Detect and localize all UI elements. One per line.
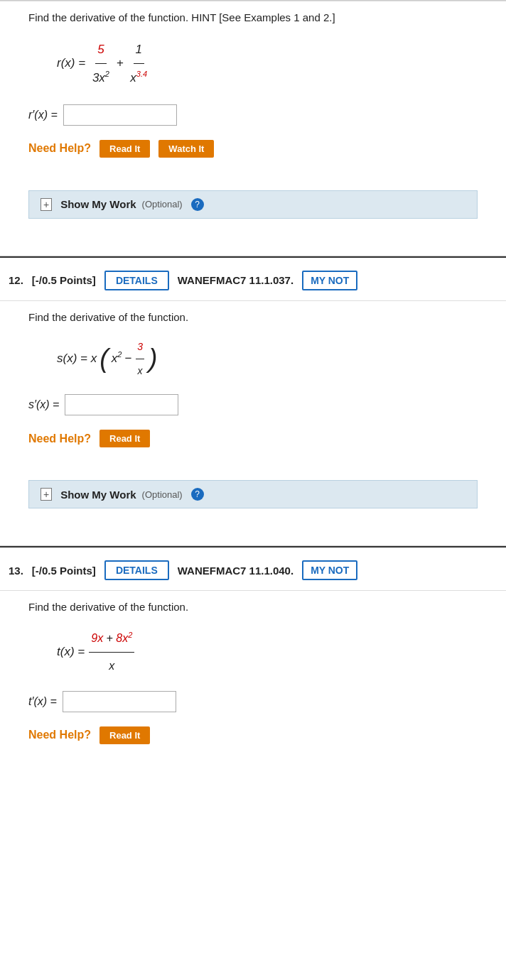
prev-function-display: r(x) = 5 3x2 + 1 x3.4 — [57, 36, 478, 92]
problem-12-answer-row: s′(x) = — [28, 394, 478, 415]
problem-13-mynot-button[interactable]: MY NOT — [302, 560, 357, 580]
prev-answer-row: r′(x) = — [28, 104, 478, 126]
problem-13-function-display: t(x) = 9x + 8x2 x — [57, 626, 478, 677]
prev-optional-label: (Optional) — [142, 199, 183, 209]
problem-13-need-help-label: Need Help? — [28, 729, 91, 741]
problem-12-function-display: s(x) = x ( x2 − 3 x ) — [57, 336, 478, 382]
prev-watch-it-button[interactable]: Watch It — [158, 140, 214, 158]
problem-12-body: Find the derivative of the function. s(x… — [0, 300, 506, 523]
t-frac: 9x + 8x2 x — [89, 626, 134, 677]
problem-12-need-help-label: Need Help? — [28, 432, 91, 445]
s-x2: x2 — [112, 345, 122, 371]
problem-12-question-icon[interactable]: ? — [191, 488, 204, 501]
prev-show-work-label: Show My Work — [60, 198, 136, 210]
s-frac: 3 x — [136, 336, 144, 382]
prev-read-it-button[interactable]: Read It — [99, 140, 150, 158]
s-close-paren: ) — [149, 345, 157, 371]
prev-derivative-label: r′(x) = — [28, 109, 58, 121]
spacer-between-2-3 — [0, 523, 506, 545]
problem-12-derivative-label: s′(x) = — [28, 398, 59, 411]
problem-12-header: 12. [-/0.5 Points] DETAILS WANEFMAC7 11.… — [0, 256, 506, 300]
t-frac-num: 9x + 8x2 — [89, 626, 134, 652]
spacer-between-1-2 — [0, 233, 506, 256]
problem-13-instruction: Find the derivative of the function. — [28, 601, 478, 613]
problem-12-need-help-row: Need Help? Read It — [28, 430, 478, 447]
problem-12-details-button[interactable]: DETAILS — [104, 271, 169, 290]
prev-question-icon[interactable]: ? — [191, 198, 204, 211]
prev-answer-input[interactable] — [63, 104, 177, 126]
s-frac-num: 3 — [136, 336, 144, 359]
prev-need-help-row: Need Help? Read It Watch It — [28, 140, 478, 158]
prev-frac2: 1 x3.4 — [128, 36, 149, 92]
problem-12-optional-label: (Optional) — [142, 489, 183, 500]
problem-13-need-help-row: Need Help? Read It — [28, 726, 478, 744]
prev-show-work-bar[interactable]: + Show My Work (Optional) ? — [28, 190, 478, 219]
prev-instruction: Find the derivative of the function. HIN… — [28, 11, 478, 23]
prev-need-help-label: Need Help? — [28, 142, 91, 155]
problem-12-instruction: Find the derivative of the function. — [28, 311, 478, 323]
prev-plus-icon: + — [41, 198, 52, 211]
problem-13-number: 13. — [9, 565, 23, 577]
problem-13-answer-input[interactable] — [63, 691, 176, 712]
problem-12-spacer — [28, 457, 478, 474]
problem-13-header: 13. [-/0.5 Points] DETAILS WANEFMAC7 11.… — [0, 546, 506, 590]
problem-prev-section: Find the derivative of the function. HIN… — [0, 0, 506, 233]
problem-12-points: [-/0.5 Points] — [32, 274, 96, 286]
problem-13-section: 13. [-/0.5 Points] DETAILS WANEFMAC7 11.… — [0, 545, 506, 768]
problem-12-number: 12. — [9, 274, 23, 286]
prev-frac2-den: x3.4 — [128, 64, 149, 91]
prev-func-var: r — [57, 56, 61, 70]
problem-prev-body: Find the derivative of the function. HIN… — [0, 1, 506, 233]
problem-13-derivative-label: t′(x) = — [28, 695, 57, 708]
problem-12-show-work-bar[interactable]: + Show My Work (Optional) ? — [28, 480, 478, 508]
problem-13-body: Find the derivative of the function. t(x… — [0, 590, 506, 768]
s-open-paren: ( — [99, 345, 108, 371]
problem-12-section: 12. [-/0.5 Points] DETAILS WANEFMAC7 11.… — [0, 256, 506, 523]
problem-12-read-it-button[interactable]: Read It — [99, 430, 150, 447]
s-frac-den: x — [136, 359, 144, 382]
t-func-label: t(x) = — [57, 638, 85, 665]
problem-13-code: WANEFMAC7 11.1.040. — [178, 565, 294, 577]
prev-frac1-den: 3x2 — [90, 64, 112, 91]
prev-frac2-num: 1 — [134, 36, 144, 64]
problem-12-show-work-label: Show My Work — [60, 489, 136, 501]
prev-frac1-num: 5 — [95, 36, 106, 64]
problem-12-plus-icon: + — [41, 488, 52, 501]
s-minus: − — [124, 345, 131, 371]
prev-spacer — [28, 168, 478, 185]
problem-12-mynot-button[interactable]: MY NOT — [302, 271, 357, 290]
s-func-label: s(x) = x — [57, 345, 97, 371]
problem-13-answer-row: t′(x) = — [28, 691, 478, 712]
prev-frac1: 5 3x2 — [90, 36, 112, 92]
problem-12-answer-input[interactable] — [65, 394, 178, 415]
t-frac-den: x — [107, 653, 117, 678]
problem-13-read-it-button[interactable]: Read It — [99, 726, 150, 744]
problem-12-code: WANEFMAC7 11.1.037. — [178, 274, 294, 286]
problem-13-details-button[interactable]: DETAILS — [104, 560, 169, 580]
problem-13-points: [-/0.5 Points] — [32, 565, 96, 577]
